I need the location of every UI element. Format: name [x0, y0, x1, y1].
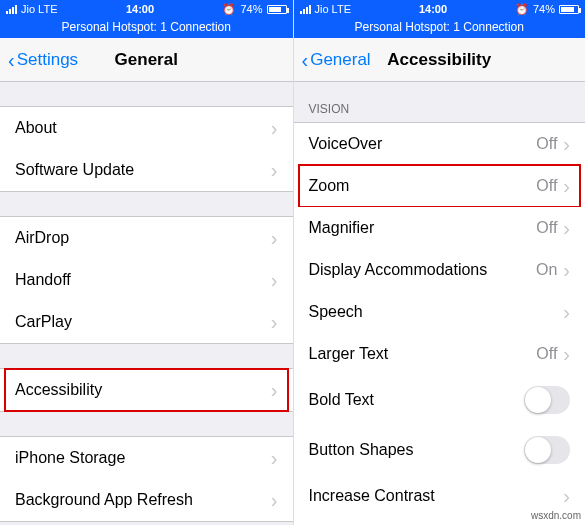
chevron-right-icon: ›	[563, 176, 570, 196]
chevron-left-icon: ‹	[8, 50, 15, 70]
row-software-update[interactable]: Software Update ›	[0, 149, 293, 192]
chevron-right-icon: ›	[271, 448, 278, 468]
chevron-right-icon: ›	[563, 218, 570, 238]
back-label: Settings	[17, 50, 78, 70]
nav-bar: ‹ General Accessibility	[294, 38, 586, 82]
row-voiceover[interactable]: VoiceOver Off ›	[294, 122, 586, 166]
battery-icon	[559, 5, 579, 14]
battery-percent: 74%	[240, 3, 262, 15]
chevron-right-icon: ›	[271, 228, 278, 248]
battery-icon	[267, 5, 287, 14]
row-speech[interactable]: Speech ›	[294, 291, 586, 334]
watermark: wsxdn.com	[531, 510, 581, 521]
row-carplay[interactable]: CarPlay ›	[0, 301, 293, 344]
chevron-right-icon: ›	[271, 118, 278, 138]
row-zoom[interactable]: Zoom Off ›	[294, 165, 586, 208]
toggle-bold-text[interactable]	[524, 386, 570, 414]
chevron-right-icon: ›	[271, 312, 278, 332]
status-bar: Jio LTE 14:00 ⏰ 74%	[0, 0, 293, 18]
carrier-label: Jio LTE	[21, 3, 57, 15]
toggle-button-shapes[interactable]	[524, 436, 570, 464]
phone-left: Jio LTE 14:00 ⏰ 74% Personal Hotspot: 1 …	[0, 0, 293, 525]
row-iphone-storage[interactable]: iPhone Storage ›	[0, 436, 293, 480]
back-button[interactable]: ‹ Settings	[8, 50, 78, 70]
section-label-vision: VISION	[294, 82, 586, 122]
chevron-right-icon: ›	[563, 134, 570, 154]
row-larger-text[interactable]: Larger Text Off ›	[294, 333, 586, 376]
chevron-right-icon: ›	[271, 380, 278, 400]
row-accessibility[interactable]: Accessibility ›	[0, 368, 293, 412]
signal-icon	[6, 5, 17, 14]
hotspot-bar[interactable]: Personal Hotspot: 1 Connection	[294, 18, 586, 38]
signal-icon	[300, 5, 311, 14]
chevron-left-icon: ‹	[302, 50, 309, 70]
battery-percent: 74%	[533, 3, 555, 15]
back-label: General	[310, 50, 370, 70]
row-background-app-refresh[interactable]: Background App Refresh ›	[0, 479, 293, 522]
phone-right: Jio LTE 14:00 ⏰ 74% Personal Hotspot: 1 …	[293, 0, 586, 525]
row-display-accommodations[interactable]: Display Accommodations On ›	[294, 249, 586, 292]
status-time: 14:00	[419, 3, 447, 15]
row-airdrop[interactable]: AirDrop ›	[0, 216, 293, 260]
hotspot-bar[interactable]: Personal Hotspot: 1 Connection	[0, 18, 293, 38]
row-bold-text[interactable]: Bold Text	[294, 375, 586, 426]
chevron-right-icon: ›	[563, 344, 570, 364]
status-bar: Jio LTE 14:00 ⏰ 74%	[294, 0, 586, 18]
alarm-icon: ⏰	[515, 3, 529, 16]
chevron-right-icon: ›	[563, 302, 570, 322]
back-button[interactable]: ‹ General	[302, 50, 371, 70]
chevron-right-icon: ›	[271, 270, 278, 290]
chevron-right-icon: ›	[271, 490, 278, 510]
content: VISION VoiceOver Off › Zoom Off › Magnif…	[294, 82, 586, 525]
chevron-right-icon: ›	[271, 160, 278, 180]
carrier-label: Jio LTE	[315, 3, 351, 15]
row-about[interactable]: About ›	[0, 106, 293, 150]
chevron-right-icon: ›	[563, 260, 570, 280]
row-button-shapes[interactable]: Button Shapes	[294, 425, 586, 476]
content: About › Software Update › AirDrop › Hand…	[0, 82, 293, 525]
row-magnifier[interactable]: Magnifier Off ›	[294, 207, 586, 250]
status-time: 14:00	[126, 3, 154, 15]
row-handoff[interactable]: Handoff ›	[0, 259, 293, 302]
alarm-icon: ⏰	[222, 3, 236, 16]
chevron-right-icon: ›	[563, 486, 570, 506]
nav-bar: ‹ Settings General	[0, 38, 293, 82]
